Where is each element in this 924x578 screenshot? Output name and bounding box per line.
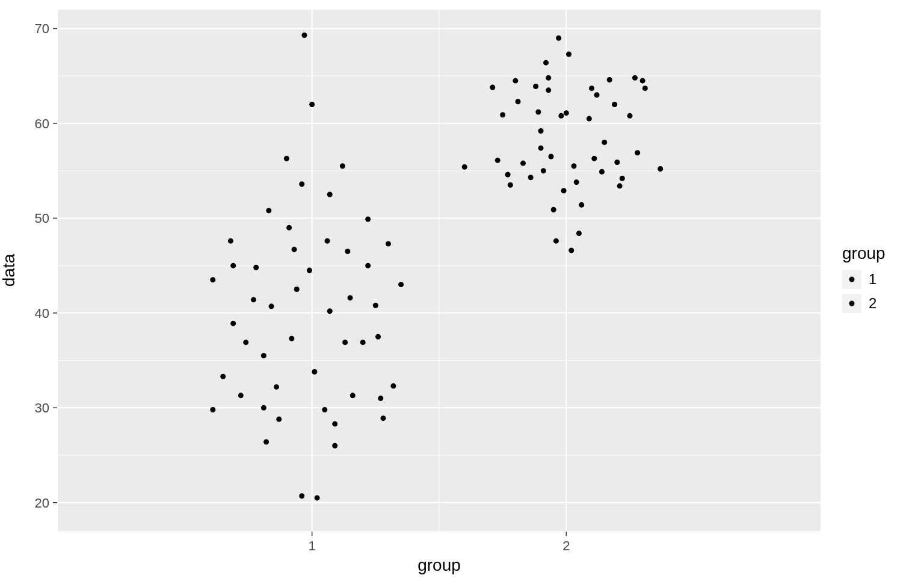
data-point bbox=[251, 297, 256, 302]
data-point bbox=[617, 183, 623, 188]
data-point bbox=[556, 36, 561, 41]
data-point bbox=[375, 334, 381, 340]
data-point bbox=[315, 495, 320, 500]
data-point bbox=[263, 439, 269, 444]
data-point bbox=[538, 128, 544, 134]
data-point bbox=[266, 208, 271, 213]
data-point bbox=[327, 192, 333, 197]
data-point bbox=[568, 247, 574, 253]
x-tick-label: 2 bbox=[562, 538, 570, 553]
data-point bbox=[579, 202, 584, 208]
data-point bbox=[587, 116, 592, 122]
data-point bbox=[462, 164, 467, 170]
data-point bbox=[535, 110, 541, 115]
data-point bbox=[373, 303, 378, 308]
x-axis-title: group bbox=[417, 556, 461, 574]
data-point bbox=[513, 78, 518, 84]
data-point bbox=[307, 268, 312, 273]
data-point bbox=[292, 247, 297, 252]
data-point bbox=[558, 113, 564, 119]
data-point bbox=[543, 60, 549, 66]
data-point bbox=[620, 176, 625, 181]
data-point bbox=[299, 181, 304, 187]
data-point bbox=[230, 321, 236, 326]
data-point bbox=[309, 102, 315, 107]
data-point bbox=[286, 225, 292, 231]
data-point bbox=[340, 163, 345, 169]
data-point bbox=[398, 282, 404, 287]
data-point bbox=[538, 145, 544, 151]
legend-label: 2 bbox=[869, 295, 876, 311]
data-point bbox=[365, 263, 371, 269]
data-point bbox=[546, 87, 551, 93]
data-point bbox=[210, 407, 215, 412]
data-point bbox=[490, 85, 495, 90]
data-point bbox=[640, 78, 645, 84]
y-tick-label: 60 bbox=[35, 116, 49, 131]
data-point bbox=[589, 85, 594, 91]
x-tick-label: 1 bbox=[309, 538, 316, 553]
data-point bbox=[301, 33, 307, 38]
data-point bbox=[332, 443, 337, 449]
data-point bbox=[607, 77, 612, 82]
data-point bbox=[574, 179, 579, 185]
legend-title: group bbox=[842, 244, 886, 263]
data-point bbox=[632, 75, 638, 81]
data-point bbox=[612, 102, 617, 107]
y-axis-title: data bbox=[0, 253, 18, 287]
legend-label: 1 bbox=[869, 271, 876, 287]
data-point bbox=[350, 393, 356, 398]
data-point bbox=[378, 396, 383, 401]
legend-point-icon bbox=[849, 301, 855, 306]
legend-point-icon bbox=[849, 277, 855, 282]
data-point bbox=[294, 287, 300, 292]
data-point bbox=[548, 154, 553, 160]
data-point bbox=[253, 265, 259, 270]
data-point bbox=[602, 140, 607, 145]
data-point bbox=[528, 175, 534, 180]
data-point bbox=[381, 415, 386, 421]
data-point bbox=[261, 353, 266, 358]
data-point bbox=[322, 407, 327, 412]
data-point bbox=[261, 405, 266, 411]
data-point bbox=[546, 75, 551, 81]
data-point bbox=[274, 384, 279, 390]
data-point bbox=[551, 207, 556, 213]
data-point bbox=[325, 238, 330, 244]
data-point bbox=[599, 169, 605, 175]
data-point bbox=[594, 92, 600, 98]
data-point bbox=[299, 493, 304, 499]
data-point bbox=[553, 238, 559, 244]
data-point bbox=[276, 417, 282, 422]
y-tick-label: 40 bbox=[35, 306, 49, 321]
data-point bbox=[500, 112, 505, 117]
y-tick-label: 20 bbox=[35, 496, 49, 511]
y-tick-label: 70 bbox=[35, 21, 49, 36]
y-tick-label: 30 bbox=[35, 400, 49, 415]
data-point bbox=[541, 168, 546, 173]
data-point bbox=[495, 158, 500, 163]
data-point bbox=[591, 156, 597, 161]
data-point bbox=[533, 84, 538, 89]
data-point bbox=[571, 163, 577, 169]
data-point bbox=[327, 308, 333, 314]
data-point bbox=[284, 156, 289, 161]
data-point bbox=[332, 421, 337, 427]
data-point bbox=[342, 340, 348, 345]
data-point bbox=[230, 263, 236, 269]
data-point bbox=[561, 188, 567, 193]
data-point bbox=[345, 249, 350, 254]
data-point bbox=[386, 241, 391, 246]
data-point bbox=[627, 113, 633, 119]
y-tick-label: 50 bbox=[35, 211, 49, 226]
data-point bbox=[289, 336, 294, 341]
data-point bbox=[390, 384, 396, 389]
data-point bbox=[564, 110, 569, 116]
data-point bbox=[360, 340, 366, 345]
data-point bbox=[614, 160, 620, 165]
data-point bbox=[238, 393, 244, 398]
data-point bbox=[505, 172, 511, 177]
data-point bbox=[228, 238, 233, 244]
data-point bbox=[220, 374, 226, 379]
data-point bbox=[566, 52, 571, 57]
